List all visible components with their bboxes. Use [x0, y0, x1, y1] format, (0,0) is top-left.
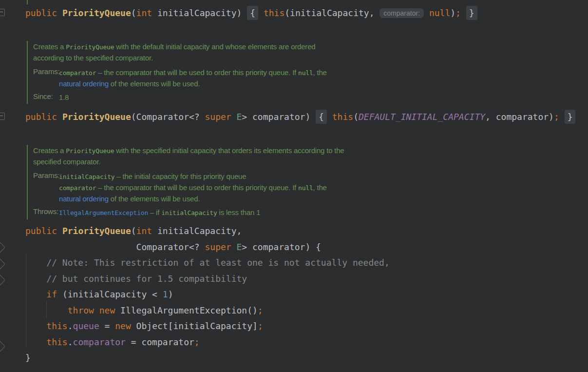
doc-section-params: Params:comparator – the comparator that … — [33, 67, 588, 89]
folded-region[interactable]: { — [316, 110, 327, 124]
code-token — [57, 8, 62, 18]
code-token: ( — [131, 8, 136, 18]
code-token: PriorityQueue — [62, 8, 131, 18]
doc-text: , the — [313, 68, 327, 77]
doc-section-label: Params: — [33, 67, 59, 89]
doc-line: specified comparator. — [33, 157, 588, 167]
code-editor[interactable]: public PriorityQueue(int initialCapacity… — [0, 0, 588, 372]
method-signature-collapsed-1[interactable]: public PriorityQueue(int initialCapacity… — [0, 5, 588, 22]
code-token: ; — [258, 321, 263, 331]
closing-brace-line[interactable]: } — [0, 350, 588, 366]
doc-section-content: initialCapacity – the initial capacity f… — [59, 171, 327, 204]
doc-text: – the comparator that will be used to or… — [96, 183, 298, 192]
code-token — [327, 112, 332, 122]
code-token: ; — [194, 337, 200, 347]
code-token: (Comparator<? — [131, 112, 205, 122]
doc-text: 1.8 — [59, 93, 69, 101]
code-token: (initialCapacity < — [57, 289, 163, 299]
doc-text: of the elements will be used. — [109, 195, 200, 203]
code-token: throw — [68, 305, 94, 315]
code-token: . — [68, 321, 73, 331]
folded-region[interactable]: } — [565, 110, 576, 124]
code-token: int — [136, 8, 152, 18]
comment-line-1[interactable]: // Note: This restriction of at least on… — [0, 255, 588, 271]
code-token: . — [68, 337, 73, 347]
doc-text: is less than 1 — [217, 208, 261, 216]
doc-link[interactable]: IllegalArgumentException — [59, 209, 148, 216]
code-token: E — [237, 242, 242, 252]
if-statement-line[interactable]: if (initialCapacity < 1) — [0, 286, 588, 302]
code-token: null — [429, 8, 450, 18]
code-token: > comparator) — [242, 112, 316, 122]
code-token: comparator — [73, 337, 126, 347]
code-token: this — [264, 8, 285, 18]
code-token — [25, 305, 68, 315]
code-token: queue — [73, 321, 99, 331]
code-token — [461, 8, 466, 18]
doc-text: null — [298, 184, 313, 192]
code-token — [231, 112, 237, 122]
doc-link[interactable]: natural ordering — [59, 195, 109, 203]
code-token: PriorityQueue — [62, 112, 131, 122]
code-token: ( — [131, 226, 136, 236]
comment-line-2[interactable]: // but continues for 1.5 compatibility — [0, 271, 588, 287]
doc-text: of the elements will be used. — [109, 79, 200, 88]
doc-text: , the — [313, 183, 327, 192]
comparator-assignment-line[interactable]: this.comparator = comparator; — [0, 334, 588, 350]
doc-text: with the default initial capacity and wh… — [114, 42, 315, 51]
code-token: ) — [168, 289, 173, 299]
code-token: ; — [554, 112, 559, 122]
doc-section-params: Params:initialCapacity – the initial cap… — [33, 171, 588, 204]
code-token: ( — [353, 112, 359, 122]
doc-section-since: Since:1.8 — [33, 92, 588, 103]
code-token: IllegalArgumentException() — [115, 305, 258, 315]
code-token: ; — [455, 8, 461, 18]
code-token — [25, 337, 46, 347]
doc-section-content: comparator – the comparator that will be… — [59, 67, 327, 89]
code-token: } — [25, 352, 31, 363]
code-token: this — [332, 112, 353, 122]
code-token: this — [46, 337, 67, 347]
code-token: public — [25, 226, 57, 236]
code-token: this — [46, 321, 67, 331]
code-token: Object[initialCapacity] — [131, 321, 258, 331]
doc-section-label: Throws: — [33, 207, 59, 218]
method-signature-line-1[interactable]: public PriorityQueue(int initialCapacity… — [0, 223, 588, 239]
code-token — [559, 112, 565, 122]
doc-line: comparator – the comparator that will be… — [59, 182, 327, 194]
doc-section-throws: Throws:IllegalArgumentException – if ini… — [33, 207, 588, 218]
code-token — [57, 112, 62, 122]
doc-link[interactable]: natural ordering — [59, 79, 109, 88]
code-token — [57, 226, 62, 236]
code-token: if — [46, 289, 57, 299]
doc-text: according to the specified comparator. — [33, 54, 153, 62]
code-token: DEFAULT_INITIAL_CAPACITY — [359, 112, 485, 122]
doc-line: according to the specified comparator. — [33, 53, 588, 63]
code-token — [25, 321, 46, 331]
doc-description: Creates a PriorityQueue with the specifi… — [33, 145, 588, 167]
doc-section-label: Since: — [33, 92, 59, 103]
folded-region[interactable]: } — [466, 6, 477, 20]
code-token: new — [99, 305, 115, 315]
code-token: ) — [450, 8, 455, 18]
doc-line: natural ordering of the elements will be… — [59, 194, 327, 204]
doc-text: initialCapacity — [59, 173, 114, 180]
code-token — [94, 305, 99, 315]
parameter-hint[interactable]: comparator: — [379, 8, 424, 18]
code-token: initialCapacity) — [152, 8, 247, 18]
method-signature-line-2[interactable]: Comparator<? super E> comparator) { — [0, 239, 588, 255]
code-token: > comparator) { — [242, 242, 321, 252]
queue-assignment-line[interactable]: this.queue = new Object[initialCapacity]… — [0, 318, 588, 334]
throw-statement-line[interactable]: throw new IllegalArgumentException(); — [0, 302, 588, 318]
javadoc-rendered-1: Creates a PriorityQueue with the default… — [27, 41, 588, 104]
code-token: E — [237, 112, 242, 122]
doc-text: with the specified initial capacity that… — [114, 146, 344, 155]
code-token: public — [25, 8, 57, 18]
doc-description: Creates a PriorityQueue with the default… — [33, 41, 588, 63]
code-token: = — [99, 321, 115, 331]
doc-border-remnant — [27, 0, 28, 4]
code-token — [424, 8, 429, 18]
doc-text: PriorityQueue — [66, 147, 114, 155]
method-signature-collapsed-2[interactable]: public PriorityQueue(Comparator<? super … — [0, 109, 588, 125]
folded-region[interactable]: { — [247, 6, 258, 20]
